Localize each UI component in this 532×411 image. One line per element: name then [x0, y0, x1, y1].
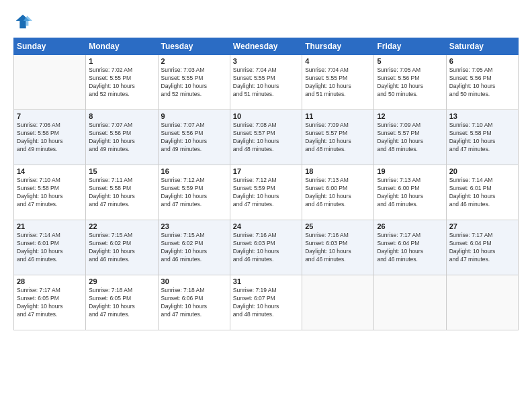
day-cell: 7Sunrise: 7:06 AM Sunset: 5:56 PM Daylig… — [14, 110, 86, 165]
day-info: Sunrise: 7:18 AM Sunset: 6:06 PM Dayligh… — [161, 287, 227, 319]
day-cell — [446, 275, 518, 330]
day-cell — [374, 275, 446, 330]
day-info: Sunrise: 7:04 AM Sunset: 5:55 PM Dayligh… — [305, 66, 371, 99]
day-number: 28 — [17, 277, 83, 285]
logo-icon — [13, 12, 32, 31]
day-info: Sunrise: 7:02 AM Sunset: 5:55 PM Dayligh… — [89, 66, 154, 99]
day-number: 18 — [305, 167, 371, 175]
day-number: 10 — [233, 112, 299, 120]
day-number: 23 — [161, 222, 227, 230]
day-number: 22 — [89, 222, 154, 230]
day-number: 11 — [305, 112, 371, 120]
day-cell: 5Sunrise: 7:05 AM Sunset: 5:56 PM Daylig… — [374, 55, 446, 110]
day-number: 15 — [89, 167, 154, 175]
day-cell: 16Sunrise: 7:12 AM Sunset: 5:59 PM Dayli… — [158, 165, 230, 220]
day-number: 13 — [449, 112, 515, 120]
day-info: Sunrise: 7:14 AM Sunset: 6:01 PM Dayligh… — [17, 232, 83, 264]
day-info: Sunrise: 7:15 AM Sunset: 6:02 PM Dayligh… — [89, 232, 154, 264]
day-number: 1 — [89, 57, 154, 65]
day-info: Sunrise: 7:11 AM Sunset: 5:58 PM Dayligh… — [89, 177, 154, 209]
day-number: 31 — [233, 277, 299, 285]
col-header-tuesday: Tuesday — [158, 38, 230, 55]
day-number: 26 — [377, 222, 443, 230]
day-info: Sunrise: 7:07 AM Sunset: 5:56 PM Dayligh… — [89, 122, 154, 154]
day-info: Sunrise: 7:16 AM Sunset: 6:03 PM Dayligh… — [305, 232, 371, 264]
day-info: Sunrise: 7:05 AM Sunset: 5:56 PM Dayligh… — [449, 66, 515, 99]
day-info: Sunrise: 7:04 AM Sunset: 5:55 PM Dayligh… — [233, 66, 299, 99]
header-row: SundayMondayTuesdayWednesdayThursdayFrid… — [14, 38, 519, 55]
day-info: Sunrise: 7:17 AM Sunset: 6:04 PM Dayligh… — [377, 232, 443, 264]
day-info: Sunrise: 7:16 AM Sunset: 6:03 PM Dayligh… — [233, 232, 299, 264]
day-info: Sunrise: 7:10 AM Sunset: 5:58 PM Dayligh… — [449, 122, 515, 154]
day-number: 20 — [449, 167, 515, 175]
day-cell — [302, 275, 374, 330]
day-cell: 10Sunrise: 7:08 AM Sunset: 5:57 PM Dayli… — [230, 110, 302, 165]
day-number: 27 — [449, 222, 515, 230]
day-cell: 17Sunrise: 7:12 AM Sunset: 5:59 PM Dayli… — [230, 165, 302, 220]
day-info: Sunrise: 7:05 AM Sunset: 5:56 PM Dayligh… — [377, 66, 443, 99]
day-cell: 30Sunrise: 7:18 AM Sunset: 6:06 PM Dayli… — [158, 275, 230, 330]
day-info: Sunrise: 7:19 AM Sunset: 6:07 PM Dayligh… — [233, 287, 299, 319]
day-cell: 13Sunrise: 7:10 AM Sunset: 5:58 PM Dayli… — [446, 110, 518, 165]
day-number: 25 — [305, 222, 371, 230]
day-info: Sunrise: 7:15 AM Sunset: 6:02 PM Dayligh… — [161, 232, 227, 264]
day-cell: 6Sunrise: 7:05 AM Sunset: 5:56 PM Daylig… — [446, 55, 518, 110]
day-number: 14 — [17, 167, 83, 175]
day-cell: 3Sunrise: 7:04 AM Sunset: 5:55 PM Daylig… — [230, 55, 302, 110]
day-number: 17 — [233, 167, 299, 175]
day-number: 6 — [449, 57, 515, 65]
day-info: Sunrise: 7:12 AM Sunset: 5:59 PM Dayligh… — [161, 177, 227, 209]
day-info: Sunrise: 7:10 AM Sunset: 5:58 PM Dayligh… — [17, 177, 83, 209]
day-number: 3 — [233, 57, 299, 65]
day-number: 24 — [233, 222, 299, 230]
day-info: Sunrise: 7:13 AM Sunset: 6:00 PM Dayligh… — [377, 177, 443, 209]
week-row-3: 14Sunrise: 7:10 AM Sunset: 5:58 PM Dayli… — [14, 165, 519, 220]
week-row-5: 28Sunrise: 7:17 AM Sunset: 6:05 PM Dayli… — [14, 275, 519, 330]
day-number: 19 — [377, 167, 443, 175]
week-row-2: 7Sunrise: 7:06 AM Sunset: 5:56 PM Daylig… — [14, 110, 519, 165]
day-cell — [14, 55, 86, 110]
day-info: Sunrise: 7:09 AM Sunset: 5:57 PM Dayligh… — [305, 122, 371, 154]
header — [13, 12, 519, 31]
week-row-1: 1Sunrise: 7:02 AM Sunset: 5:55 PM Daylig… — [14, 55, 519, 110]
day-cell: 14Sunrise: 7:10 AM Sunset: 5:58 PM Dayli… — [14, 165, 86, 220]
day-cell: 24Sunrise: 7:16 AM Sunset: 6:03 PM Dayli… — [230, 220, 302, 275]
day-cell: 4Sunrise: 7:04 AM Sunset: 5:55 PM Daylig… — [302, 55, 374, 110]
day-cell: 25Sunrise: 7:16 AM Sunset: 6:03 PM Dayli… — [302, 220, 374, 275]
day-cell: 20Sunrise: 7:14 AM Sunset: 6:01 PM Dayli… — [446, 165, 518, 220]
day-info: Sunrise: 7:06 AM Sunset: 5:56 PM Dayligh… — [17, 122, 83, 154]
col-header-monday: Monday — [86, 38, 158, 55]
col-header-wednesday: Wednesday — [230, 38, 302, 55]
day-cell: 1Sunrise: 7:02 AM Sunset: 5:55 PM Daylig… — [86, 55, 158, 110]
day-number: 8 — [89, 112, 154, 120]
day-cell: 27Sunrise: 7:17 AM Sunset: 6:04 PM Dayli… — [446, 220, 518, 275]
logo — [13, 12, 35, 31]
day-cell: 11Sunrise: 7:09 AM Sunset: 5:57 PM Dayli… — [302, 110, 374, 165]
day-number: 21 — [17, 222, 83, 230]
col-header-thursday: Thursday — [302, 38, 374, 55]
col-header-sunday: Sunday — [14, 38, 86, 55]
day-info: Sunrise: 7:14 AM Sunset: 6:01 PM Dayligh… — [449, 177, 515, 209]
col-header-saturday: Saturday — [446, 38, 518, 55]
day-number: 4 — [305, 57, 371, 65]
day-number: 2 — [161, 57, 227, 65]
day-number: 29 — [89, 277, 154, 285]
day-cell: 28Sunrise: 7:17 AM Sunset: 6:05 PM Dayli… — [14, 275, 86, 330]
day-cell: 21Sunrise: 7:14 AM Sunset: 6:01 PM Dayli… — [14, 220, 86, 275]
day-cell: 15Sunrise: 7:11 AM Sunset: 5:58 PM Dayli… — [86, 165, 158, 220]
day-cell: 8Sunrise: 7:07 AM Sunset: 5:56 PM Daylig… — [86, 110, 158, 165]
day-cell: 26Sunrise: 7:17 AM Sunset: 6:04 PM Dayli… — [374, 220, 446, 275]
col-header-friday: Friday — [374, 38, 446, 55]
week-row-4: 21Sunrise: 7:14 AM Sunset: 6:01 PM Dayli… — [14, 220, 519, 275]
day-info: Sunrise: 7:08 AM Sunset: 5:57 PM Dayligh… — [233, 122, 299, 154]
day-cell: 23Sunrise: 7:15 AM Sunset: 6:02 PM Dayli… — [158, 220, 230, 275]
day-info: Sunrise: 7:07 AM Sunset: 5:56 PM Dayligh… — [161, 122, 227, 154]
day-info: Sunrise: 7:17 AM Sunset: 6:04 PM Dayligh… — [449, 232, 515, 264]
day-number: 12 — [377, 112, 443, 120]
day-info: Sunrise: 7:12 AM Sunset: 5:59 PM Dayligh… — [233, 177, 299, 209]
day-info: Sunrise: 7:13 AM Sunset: 6:00 PM Dayligh… — [305, 177, 371, 209]
day-cell: 18Sunrise: 7:13 AM Sunset: 6:00 PM Dayli… — [302, 165, 374, 220]
day-number: 5 — [377, 57, 443, 65]
day-info: Sunrise: 7:17 AM Sunset: 6:05 PM Dayligh… — [17, 287, 83, 319]
day-info: Sunrise: 7:18 AM Sunset: 6:05 PM Dayligh… — [89, 287, 154, 319]
